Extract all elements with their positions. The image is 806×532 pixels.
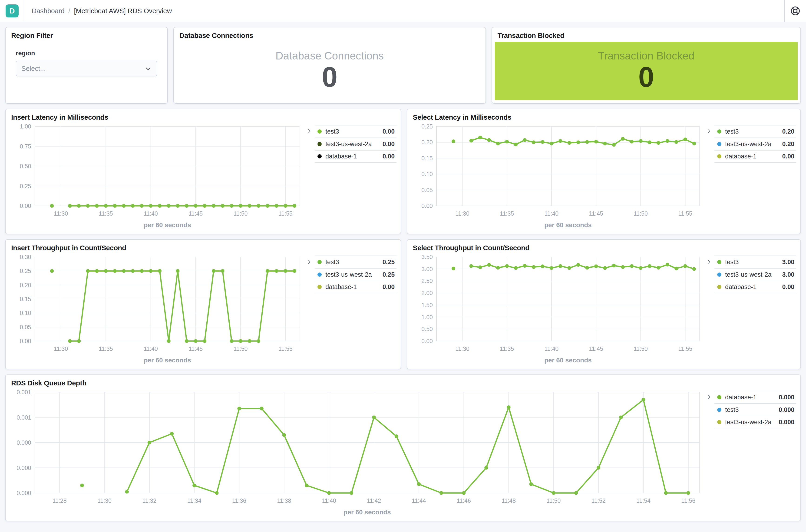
select-throughput-legend: test33.00test3-us-west-2a3.00database-10… [703, 255, 796, 365]
series-color-dot-icon [717, 272, 721, 277]
svg-text:11:44: 11:44 [412, 497, 426, 504]
legend-collapse-button[interactable] [703, 391, 714, 400]
help-button[interactable] [785, 0, 806, 22]
legend-series-value: 0.00 [382, 128, 395, 135]
svg-text:11:32: 11:32 [142, 497, 156, 504]
metric-value: 0 [638, 62, 654, 93]
legend-collapse-button[interactable] [303, 125, 315, 134]
legend-series-label: test3 [725, 128, 779, 135]
panel-title: Region Filter [11, 32, 162, 39]
chevron-right-icon [706, 394, 712, 400]
series-color-dot-icon [717, 154, 721, 158]
svg-text:11:45: 11:45 [589, 210, 603, 217]
svg-text:11:54: 11:54 [636, 497, 651, 504]
legend-item[interactable]: database-10.00 [315, 150, 396, 163]
panel-title: RDS Disk Queue Depth [11, 379, 795, 387]
panel-rds-disk-queue-depth: RDS Disk Queue Depth 0.0010.0010.0000.00… [5, 375, 801, 521]
svg-text:0.001: 0.001 [17, 389, 31, 395]
panel-insert-throughput: Insert Throughput in Count/Second 0.300.… [5, 239, 401, 369]
breadcrumb-dashboard-link[interactable]: Dashboard [32, 7, 64, 15]
legend-item[interactable]: database-10.00 [315, 281, 396, 293]
svg-text:3.00: 3.00 [421, 266, 433, 272]
svg-text:11:46: 11:46 [457, 497, 471, 504]
header-divider [24, 0, 24, 22]
svg-text:0.20: 0.20 [20, 282, 31, 288]
page-title: [Metricbeat AWS] RDS Overview [74, 7, 172, 15]
dashboard-grid: Region Filter region Select... Database … [0, 22, 806, 531]
legend-item[interactable]: database-10.00 [714, 150, 796, 163]
legend-item[interactable]: test30.000 [714, 403, 796, 416]
svg-text:0.20: 0.20 [421, 139, 433, 146]
svg-text:per 60 seconds: per 60 seconds [343, 509, 391, 516]
svg-text:0.10: 0.10 [20, 310, 31, 316]
svg-text:11:35: 11:35 [500, 210, 514, 217]
legend-series-label: database-1 [725, 283, 779, 291]
insert-latency-chart-canvas[interactable]: 1.000.750.500.250.0011:3011:3511:4011:45… [10, 123, 303, 230]
insert-throughput-chart-canvas[interactable]: 0.300.250.200.150.100.050.0011:3011:3511… [10, 253, 303, 365]
legend-series-label: test3 [325, 128, 379, 135]
svg-text:0.30: 0.30 [20, 254, 31, 260]
legend-series-label: test3 [325, 259, 379, 266]
legend-item[interactable]: test3-us-west-2a0.25 [315, 268, 396, 281]
region-field-label: region [16, 50, 157, 57]
svg-text:0.05: 0.05 [20, 324, 31, 330]
svg-text:0.25: 0.25 [20, 268, 31, 274]
svg-text:per 60 seconds: per 60 seconds [544, 222, 592, 229]
svg-text:0.00: 0.00 [421, 338, 433, 344]
legend-item[interactable]: test3-us-west-2a3.00 [714, 268, 796, 281]
legend-series-label: database-1 [725, 394, 775, 401]
svg-text:11:40: 11:40 [322, 497, 336, 504]
disk-queue-depth-legend: database-10.000test30.000test3-us-west-2… [703, 391, 796, 517]
series-color-dot-icon [717, 395, 721, 399]
series-color-dot-icon [317, 260, 322, 264]
svg-text:11:30: 11:30 [97, 497, 112, 504]
disk-queue-depth-chart-canvas[interactable]: 0.0010.0010.0000.0000.00011:2811:3011:32… [10, 388, 703, 517]
legend-item[interactable]: test3-us-west-2a0.20 [714, 137, 796, 150]
legend-series-value: 0.00 [382, 283, 395, 291]
metric-value: 0 [322, 62, 337, 93]
svg-text:0.15: 0.15 [421, 155, 433, 162]
legend-item[interactable]: test30.20 [714, 125, 796, 137]
series-color-dot-icon [317, 142, 322, 146]
legend-item[interactable]: test33.00 [714, 255, 796, 268]
app-logo-button[interactable]: D [5, 4, 19, 17]
svg-text:0.00: 0.00 [421, 203, 433, 209]
legend-item[interactable]: test3-us-west-2a0.00 [315, 137, 396, 150]
legend-series-value: 0.00 [782, 153, 794, 160]
legend-collapse-button[interactable] [703, 125, 714, 134]
legend-item[interactable]: test30.25 [315, 255, 396, 268]
svg-text:0.05: 0.05 [421, 187, 433, 193]
svg-text:11:50: 11:50 [233, 345, 248, 352]
svg-text:1.00: 1.00 [20, 123, 31, 130]
legend-item[interactable]: database-10.000 [714, 391, 796, 403]
series-color-dot-icon [317, 129, 322, 134]
legend-series-label: test3 [725, 406, 775, 414]
insert-throughput-legend: test30.25test3-us-west-2a0.25database-10… [303, 255, 396, 365]
legend-item[interactable]: database-10.00 [714, 281, 796, 293]
panel-title: Select Throughput in Count/Second [413, 244, 795, 252]
svg-text:0.50: 0.50 [421, 326, 433, 332]
region-select[interactable]: Select... [16, 61, 157, 76]
svg-text:11:52: 11:52 [592, 497, 606, 504]
legend-series-value: 0.25 [382, 259, 395, 266]
series-color-dot-icon [717, 420, 721, 424]
legend-series-label: test3-us-west-2a [725, 140, 779, 148]
svg-text:11:34: 11:34 [187, 497, 202, 504]
series-color-dot-icon [317, 154, 322, 158]
series-color-dot-icon [717, 129, 721, 134]
insert-latency-legend: test30.00test3-us-west-2a0.00database-10… [303, 125, 396, 230]
select-latency-chart-canvas[interactable]: 0.250.200.150.100.050.0011:3011:3511:401… [411, 123, 703, 230]
life-buoy-help-icon [790, 5, 801, 16]
svg-text:11:30: 11:30 [54, 345, 68, 352]
legend-item[interactable]: test3-us-west-2a0.000 [714, 416, 796, 429]
legend-collapse-button[interactable] [303, 255, 315, 265]
svg-text:11:30: 11:30 [54, 210, 68, 217]
metric-label: Transaction Blocked [598, 50, 694, 62]
select-throughput-chart-canvas[interactable]: 3.503.002.502.001.501.000.500.0011:3011:… [411, 253, 703, 365]
legend-series-value: 0.20 [782, 140, 794, 148]
panel-title: Insert Latency in Milliseconds [11, 113, 395, 121]
legend-collapse-button[interactable] [703, 255, 714, 265]
legend-item[interactable]: test30.00 [315, 125, 396, 137]
svg-text:11:45: 11:45 [589, 345, 603, 352]
legend-series-label: test3-us-west-2a [725, 271, 779, 278]
